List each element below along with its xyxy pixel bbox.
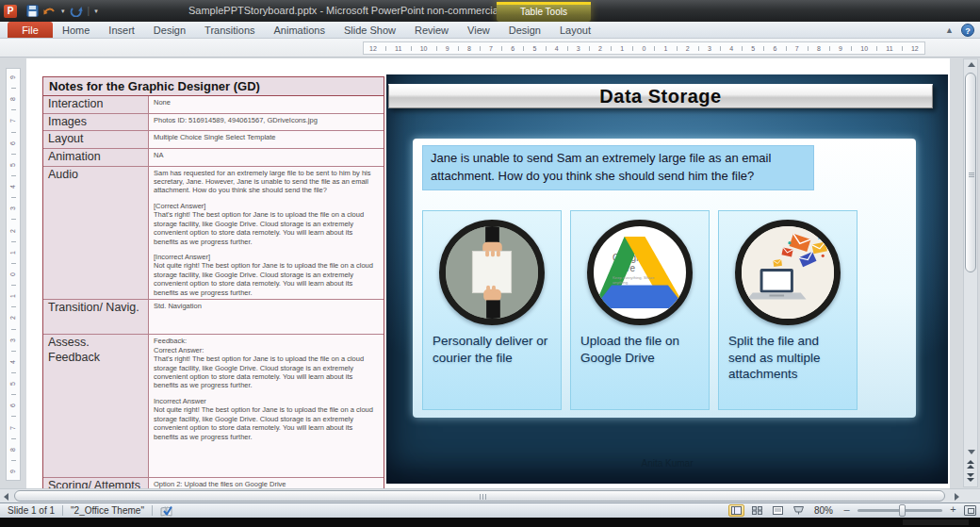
row-label[interactable]: Interaction bbox=[43, 96, 149, 113]
row-value[interactable]: Std. Navigation bbox=[149, 300, 384, 334]
gdrive-tagline: Keep everything. Share anything. bbox=[612, 274, 659, 284]
row-label[interactable]: Audio bbox=[43, 167, 149, 300]
slide-title-bar[interactable]: Data Storage bbox=[388, 84, 933, 108]
ribbon-contextual-tabs: DesignLayout bbox=[499, 22, 600, 38]
table-row[interactable]: Scoring/ AttemptsOption 2: Upload the fi… bbox=[43, 477, 384, 488]
zoom-in-button[interactable]: + bbox=[947, 504, 959, 517]
scroll-up-icon[interactable] bbox=[968, 62, 975, 67]
ruler-number: 8 bbox=[817, 45, 821, 52]
slide-author[interactable]: Anita Kumar bbox=[386, 458, 948, 469]
table-row[interactable]: AnimationNA bbox=[43, 148, 384, 166]
ruler-number: 3 bbox=[9, 206, 17, 210]
option-card-google-drive[interactable]: Google Drive Keep everything. Share anyt… bbox=[570, 210, 710, 410]
row-value[interactable]: NA bbox=[149, 149, 384, 166]
row-label[interactable]: Animation bbox=[43, 149, 149, 166]
tab-animations[interactable]: Animations bbox=[265, 22, 335, 38]
ruler-number: 5 bbox=[9, 163, 17, 167]
zoom-slider[interactable] bbox=[858, 509, 942, 512]
vertical-scrollbar[interactable] bbox=[963, 58, 978, 487]
option-card-split-file[interactable]: Split the file and send as multiple atta… bbox=[718, 210, 858, 410]
ruler-number: 3 bbox=[9, 338, 17, 342]
slide-title: Data Storage bbox=[599, 86, 721, 107]
ribbon-collapse-icon[interactable]: ▲ bbox=[945, 24, 954, 37]
qat-customize-icon[interactable]: ▾ bbox=[94, 8, 98, 15]
table-row[interactable]: Assess. FeedbackFeedback:Correct Answer:… bbox=[43, 334, 384, 477]
row-value[interactable]: Photos ID: 516914589, 494061567, GDriveI… bbox=[149, 114, 384, 131]
storyboard-table[interactable]: Notes for the Graphic Designer (GD) Inte… bbox=[42, 76, 384, 488]
tab-slide-show[interactable]: Slide Show bbox=[335, 22, 405, 38]
normal-view-icon[interactable] bbox=[728, 504, 744, 517]
row-label[interactable]: Assess. Feedback bbox=[43, 335, 149, 477]
reading-view-icon[interactable] bbox=[770, 504, 786, 517]
option-card-personal-delivery[interactable]: Personally deliver or courier the file bbox=[422, 210, 562, 410]
ruler-number: 6 bbox=[774, 45, 777, 52]
row-label[interactable]: Transition/ Navig. bbox=[43, 300, 149, 334]
ruler-number: 8 bbox=[9, 448, 17, 452]
row-value[interactable]: Option 2: Upload the files on Google Dri… bbox=[149, 478, 384, 488]
table-row[interactable]: AudioSam has requested for an extremely … bbox=[43, 166, 384, 300]
tab-home[interactable]: Home bbox=[53, 22, 99, 38]
powerpoint-app-icon[interactable]: P bbox=[4, 5, 17, 18]
table-row[interactable]: Transition/ Navig.Std. Navigation bbox=[43, 299, 384, 334]
scroll-down-icon[interactable] bbox=[968, 450, 975, 454]
tab-insert[interactable]: Insert bbox=[99, 22, 144, 38]
ruler-number: 2 bbox=[9, 316, 17, 320]
slide-canvas[interactable]: Data Storage Jane is unable to send Sam … bbox=[386, 74, 948, 484]
undo-dropdown-icon[interactable]: ▾ bbox=[61, 8, 65, 15]
system-tray bbox=[903, 519, 969, 525]
row-label[interactable]: Images bbox=[43, 114, 149, 131]
row-label[interactable]: Layout bbox=[43, 131, 149, 148]
fit-to-window-icon[interactable] bbox=[964, 505, 976, 516]
row-value[interactable]: Feedback:Correct Answer:That's right! Th… bbox=[149, 335, 384, 477]
tab-design[interactable]: Design bbox=[144, 22, 195, 38]
ribbon-tab-row: File HomeInsertDesignTransitionsAnimatio… bbox=[0, 22, 980, 39]
ruler-number: 11 bbox=[395, 45, 401, 52]
redo-icon[interactable] bbox=[70, 6, 83, 17]
row-value[interactable]: Multiple Choice Single Select Template bbox=[149, 131, 384, 148]
next-slide-button[interactable] bbox=[967, 472, 974, 483]
previous-slide-button[interactable] bbox=[967, 459, 974, 469]
table-row[interactable]: InteractionNone bbox=[43, 96, 384, 113]
row-value[interactable]: None bbox=[149, 96, 384, 113]
horizontal-scrollbar-thumb[interactable] bbox=[14, 490, 945, 502]
ruler-number: 6 bbox=[9, 403, 17, 407]
scroll-right-icon[interactable] bbox=[955, 493, 959, 501]
laptop-envelopes-icon bbox=[735, 220, 841, 325]
tab-file[interactable]: File bbox=[8, 22, 53, 38]
scroll-left-icon[interactable] bbox=[4, 493, 8, 501]
option-label: Personally deliver or courier the file bbox=[423, 333, 561, 366]
vertical-scrollbar-thumb[interactable] bbox=[965, 73, 976, 272]
zoom-level[interactable]: 80% bbox=[814, 505, 833, 516]
table-tools-chip[interactable]: Table Tools bbox=[497, 2, 591, 22]
row-value[interactable]: Sam has requested for an extremely large… bbox=[149, 167, 384, 300]
content-panel[interactable]: Jane is unable to send Sam an extremely … bbox=[413, 139, 916, 418]
horizontal-scrollbar[interactable] bbox=[0, 488, 980, 502]
help-icon[interactable]: ? bbox=[961, 24, 974, 37]
ruler-number: 8 bbox=[467, 45, 471, 52]
tab-review[interactable]: Review bbox=[405, 22, 458, 38]
slide-sorter-icon[interactable] bbox=[749, 504, 765, 517]
tab-view[interactable]: View bbox=[458, 22, 499, 38]
ruler-number: 5 bbox=[532, 45, 536, 52]
tab-transitions[interactable]: Transitions bbox=[195, 22, 264, 38]
ruler-number: 9 bbox=[9, 75, 17, 79]
ruler-number: 10 bbox=[420, 45, 428, 52]
slide-editing-canvas[interactable]: Notes for the Graphic Designer (GD) Inte… bbox=[26, 58, 950, 488]
slideshow-icon[interactable] bbox=[791, 504, 807, 517]
table-header[interactable]: Notes for the Graphic Designer (GD) bbox=[43, 77, 384, 96]
tab-design[interactable]: Design bbox=[499, 22, 550, 38]
tab-layout[interactable]: Layout bbox=[550, 22, 600, 38]
save-icon[interactable] bbox=[26, 5, 39, 17]
zoom-slider-thumb[interactable] bbox=[899, 504, 906, 517]
vertical-ruler: 9876543210123456789 bbox=[6, 68, 21, 481]
undo-icon[interactable] bbox=[43, 6, 57, 17]
table-row[interactable]: ImagesPhotos ID: 516914589, 494061567, G… bbox=[43, 113, 384, 131]
ruler-number: 1 bbox=[9, 251, 17, 255]
spell-check-icon[interactable] bbox=[160, 505, 173, 517]
zoom-out-button[interactable]: – bbox=[841, 504, 853, 517]
editing-area: 9876543210123456789 Notes for the Graphi… bbox=[0, 58, 980, 488]
row-label[interactable]: Scoring/ Attempts bbox=[43, 478, 149, 488]
table-row[interactable]: LayoutMultiple Choice Single Select Temp… bbox=[43, 130, 384, 148]
ruler-number: 4 bbox=[9, 360, 17, 364]
question-box[interactable]: Jane is unable to send Sam an extremely … bbox=[422, 145, 814, 190]
